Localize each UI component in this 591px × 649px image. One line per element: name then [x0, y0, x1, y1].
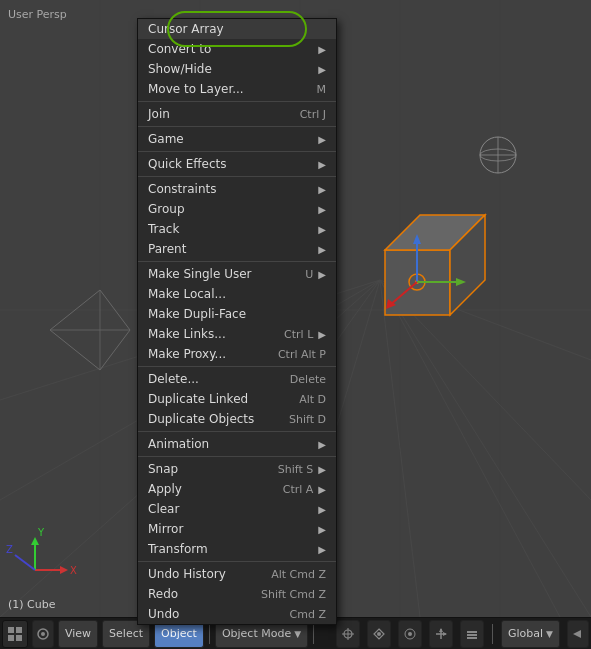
svg-text:Y: Y: [37, 527, 45, 538]
global-dropdown-icon: ▼: [546, 629, 553, 639]
menu-item-label: Transform: [148, 542, 313, 556]
snap-icon-svg: [372, 627, 386, 641]
submenu-arrow: ▶: [318, 329, 326, 340]
menu-item-label: Join: [148, 107, 285, 121]
menu-item-label: Constraints: [148, 182, 313, 196]
menu-item-undo[interactable]: Undo Cmd Z: [138, 604, 336, 624]
svg-marker-64: [439, 628, 443, 632]
menu-item-label: Make Dupli-Face: [148, 307, 326, 321]
menu-item-shortcut: M: [317, 83, 327, 96]
menu-separator: [138, 561, 336, 562]
submenu-arrow: ▶: [318, 524, 326, 535]
menu-item-shortcut: Shift Cmd Z: [261, 588, 326, 601]
svg-rect-53: [8, 635, 14, 641]
menu-item-label: Duplicate Objects: [148, 412, 274, 426]
proportional-icon[interactable]: [398, 620, 422, 648]
submenu-arrow: ▶: [318, 134, 326, 145]
menu-item-make-dupli-face[interactable]: Make Dupli-Face: [138, 304, 336, 324]
menu-item-shortcut: Ctrl J: [300, 108, 326, 121]
menu-item-label: Undo: [148, 607, 275, 621]
menu-separator: [138, 366, 336, 367]
menu-item-shortcut: Ctrl Alt P: [278, 348, 326, 361]
menu-item-duplicate-linked[interactable]: Duplicate Linked Alt D: [138, 389, 336, 409]
menu-item-constraints[interactable]: Constraints ▶: [138, 179, 336, 199]
menu-item-label: Duplicate Linked: [148, 392, 284, 406]
submenu-arrow: ▶: [318, 44, 326, 55]
submenu-arrow: ▶: [318, 544, 326, 555]
menu-separator: [138, 101, 336, 102]
menu-separator: [138, 176, 336, 177]
menu-item-quick-effects[interactable]: Quick Effects ▶: [138, 154, 336, 174]
menu-item-clear[interactable]: Clear ▶: [138, 499, 336, 519]
global-btn[interactable]: Global ▼: [501, 620, 560, 648]
view-selector-icon[interactable]: [2, 620, 28, 648]
menu-item-label: Undo History: [148, 567, 256, 581]
menu-item-animation[interactable]: Animation ▶: [138, 434, 336, 454]
menu-item-make-proxy[interactable]: Make Proxy... Ctrl Alt P: [138, 344, 336, 364]
svg-text:X: X: [70, 565, 77, 576]
frame-prev-icon[interactable]: [567, 620, 589, 648]
global-label: Global: [508, 627, 543, 640]
menu-item-label: Cursor Array: [148, 22, 326, 36]
menu-item-duplicate-objects[interactable]: Duplicate Objects Shift D: [138, 409, 336, 429]
menu-item-label: Delete...: [148, 372, 275, 386]
submenu-arrow: ▶: [318, 244, 326, 255]
render-layers-icon[interactable]: [460, 620, 484, 648]
menu-item-label: Group: [148, 202, 313, 216]
submenu-arrow: ▶: [318, 204, 326, 215]
menu-item-label: Make Proxy...: [148, 347, 263, 361]
svg-marker-70: [573, 630, 581, 638]
menu-item-cursor-array[interactable]: Cursor Array: [138, 19, 336, 39]
transform-manipulator-icon[interactable]: [429, 620, 453, 648]
menu-item-label: Make Single User: [148, 267, 290, 281]
menu-item-join[interactable]: Join Ctrl J: [138, 104, 336, 124]
svg-rect-69: [467, 637, 477, 639]
menu-item-apply[interactable]: Apply Ctrl A ▶: [138, 479, 336, 499]
svg-rect-51: [8, 627, 14, 633]
render-engine-icon[interactable]: [32, 620, 54, 648]
menu-item-show-hide[interactable]: Show/Hide ▶: [138, 59, 336, 79]
svg-line-45: [15, 555, 35, 570]
menu-item-shortcut: Cmd Z: [290, 608, 326, 621]
menu-item-transform[interactable]: Transform ▶: [138, 539, 336, 559]
menu-item-track[interactable]: Track ▶: [138, 219, 336, 239]
menu-separator: [138, 151, 336, 152]
snap-icon[interactable]: [367, 620, 391, 648]
viewport-label: User Persp: [8, 8, 67, 21]
menu-item-shortcut: Shift D: [289, 413, 326, 426]
pivot-icon[interactable]: [336, 620, 360, 648]
svg-rect-52: [16, 627, 22, 633]
svg-point-56: [41, 632, 45, 636]
menu-item-make-local[interactable]: Make Local...: [138, 284, 336, 304]
menu-item-parent[interactable]: Parent ▶: [138, 239, 336, 259]
menu-item-mirror[interactable]: Mirror ▶: [138, 519, 336, 539]
menu-item-label: Quick Effects: [148, 157, 313, 171]
svg-point-60: [377, 632, 381, 636]
toolbar-separator: [313, 624, 314, 644]
layers-icon-svg: [465, 627, 479, 641]
menu-item-shortcut: Shift S: [278, 463, 313, 476]
menu-item-shortcut: Ctrl A: [283, 483, 314, 496]
menu-item-make-links[interactable]: Make Links... Ctrl L ▶: [138, 324, 336, 344]
submenu-arrow: ▶: [318, 504, 326, 515]
view-btn[interactable]: View: [58, 620, 98, 648]
pivot-icon-svg: [341, 627, 355, 641]
select-label: Select: [109, 627, 143, 640]
menu-item-undo-history[interactable]: Undo History Alt Cmd Z: [138, 564, 336, 584]
object-mode-label: Object Mode: [222, 627, 291, 640]
proportional-icon-svg: [403, 627, 417, 641]
menu-item-redo[interactable]: Redo Shift Cmd Z: [138, 584, 336, 604]
menu-item-make-single-user[interactable]: Make Single User U ▶: [138, 264, 336, 284]
menu-item-shortcut: Delete: [290, 373, 326, 386]
menu-item-game[interactable]: Game ▶: [138, 129, 336, 149]
svg-text:Z: Z: [6, 544, 13, 555]
menu-item-snap[interactable]: Snap Shift S ▶: [138, 459, 336, 479]
menu-item-convert-to[interactable]: Convert to ▶: [138, 39, 336, 59]
menu-item-label: Convert to: [148, 42, 313, 56]
dropdown-arrow-icon: ▼: [294, 629, 301, 639]
submenu-arrow: ▶: [318, 464, 326, 475]
menu-item-group[interactable]: Group ▶: [138, 199, 336, 219]
menu-item-shortcut: Alt D: [299, 393, 326, 406]
menu-item-delete[interactable]: Delete... Delete: [138, 369, 336, 389]
menu-item-move-to-layer[interactable]: Move to Layer... M: [138, 79, 336, 99]
